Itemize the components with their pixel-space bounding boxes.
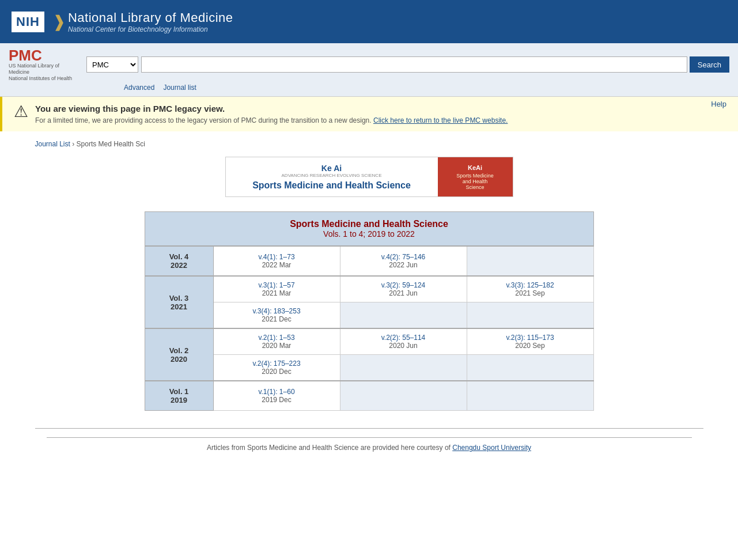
legacy-description: For a limited time, we are providing acc…	[35, 116, 508, 124]
vol-label: Vol. 1	[169, 387, 189, 396]
issue-link[interactable]: v.4(1): 1–73	[221, 253, 333, 261]
nih-arrow-icon: ❱	[52, 12, 66, 31]
banner-right-title: Sports Medicineand HealthScience	[442, 173, 508, 190]
issue-date: 2021 Sep	[474, 289, 586, 297]
issue-link[interactable]: v.3(3): 125–182	[474, 281, 586, 289]
volumes-table: Sports Medicine and Health Science Vols.…	[145, 211, 594, 411]
footer-text: Articles from Sports Medicine and Health…	[47, 444, 692, 452]
vol-label: Vol. 3	[169, 294, 189, 302]
issue-link[interactable]: v.4(2): 75–146	[347, 253, 460, 261]
search-controls: PMC PubMed Books Search	[86, 56, 729, 73]
legacy-banner: ⚠ You are viewing this page in PMC legac…	[0, 97, 738, 131]
vol-label: Vol. 4	[169, 252, 189, 261]
search-button[interactable]: Search	[690, 56, 729, 73]
issue-num: v.4(2): 75–146	[347, 253, 460, 261]
footer-university-link[interactable]: Chengdu Sport University	[452, 444, 531, 452]
vol-year: 2021	[152, 302, 206, 311]
breadcrumb-journal-list-link[interactable]: Journal List	[35, 140, 70, 148]
table-row: Vol. 22020v.2(1): 1–532020 Marv.2(2): 55…	[145, 328, 593, 355]
issue-cell[interactable]: v.4(2): 75–1462022 Jun	[340, 246, 467, 276]
vol-year: 2019	[152, 396, 206, 404]
issue-date: 2020 Sep	[474, 342, 586, 350]
journal-list-link[interactable]: Journal list	[163, 84, 196, 92]
issue-cell	[467, 381, 593, 411]
issue-num: v.3(1): 1–57	[221, 281, 333, 289]
table-header: Sports Medicine and Health Science Vols.…	[145, 212, 593, 247]
pmc-logo: PMC US National Library of Medicine Nati…	[9, 48, 72, 81]
issue-date: 2022 Jun	[347, 261, 460, 269]
vol-year: 2020	[152, 355, 206, 364]
issue-num: v.2(1): 1–53	[221, 334, 333, 342]
issue-num: v.3(4): 183–253	[221, 307, 333, 315]
issue-num: v.3(2): 59–124	[347, 281, 460, 289]
vol-label: Vol. 2	[169, 346, 189, 355]
breadcrumb-separator: ›	[72, 140, 76, 148]
issue-date: 2021 Mar	[221, 289, 333, 297]
main-content: Journal List › Sports Med Health Sci Ke …	[24, 131, 715, 469]
legacy-return-link[interactable]: Click here to return to the live PMC web…	[373, 116, 508, 124]
nih-header: NIH ❱ National Library of Medicine Natio…	[0, 0, 738, 43]
table-journal-vols: Vols. 1 to 4; 2019 to 2022	[152, 229, 586, 239]
vol-label-cell: Vol. 22020	[145, 328, 213, 381]
issue-cell[interactable]: v.3(1): 1–572021 Mar	[213, 276, 340, 302]
issue-cell[interactable]: v.2(3): 115–1732020 Sep	[467, 328, 593, 355]
issue-cell[interactable]: v.2(4): 175–2232020 Dec	[213, 355, 340, 381]
issue-link[interactable]: v.3(4): 183–253	[221, 307, 333, 315]
issue-cell	[467, 246, 593, 276]
issue-num: v.2(2): 55–114	[347, 334, 460, 342]
issue-link[interactable]: v.1(1): 1–60	[221, 388, 333, 396]
ke-ai-subtitle: ADVANCING RESEARCH EVOLVING SCIENCE	[234, 173, 429, 178]
volumes-tbody: Vol. 42022v.4(1): 1–732022 Marv.4(2): 75…	[145, 246, 593, 411]
issue-num: v.1(1): 1–60	[221, 388, 333, 396]
pmc-subtitle-line3: National Institutes of Health	[9, 75, 72, 82]
advanced-search-link[interactable]: Advanced	[124, 84, 154, 92]
breadcrumb: Journal List › Sports Med Health Sci	[35, 140, 703, 148]
issue-date: 2021 Dec	[221, 315, 333, 323]
issue-cell[interactable]: v.2(2): 55–1142020 Jun	[340, 328, 467, 355]
issue-link[interactable]: v.2(1): 1–53	[221, 334, 333, 342]
issue-cell[interactable]: v.3(3): 125–1822021 Sep	[467, 276, 593, 302]
issue-cell[interactable]: v.3(4): 183–2532021 Dec	[213, 302, 340, 329]
issue-link[interactable]: v.2(3): 115–173	[474, 334, 586, 342]
issue-cell[interactable]: v.4(1): 1–732022 Mar	[213, 246, 340, 276]
nih-title-block: National Library of Medicine National Ce…	[68, 10, 233, 33]
footer-text-before: Articles from Sports Medicine and Health…	[207, 444, 452, 452]
search-links: Advanced Journal list	[124, 84, 729, 92]
issue-cell[interactable]: v.1(1): 1–602019 Dec	[213, 381, 340, 411]
issue-cell	[340, 381, 467, 411]
pmc-logo-text: PMC	[9, 48, 72, 63]
issue-date: 2019 Dec	[221, 396, 333, 404]
search-input[interactable]	[141, 56, 687, 73]
issue-cell[interactable]: v.3(2): 59–1242021 Jun	[340, 276, 467, 302]
issue-date: 2020 Jun	[347, 342, 460, 350]
footer: Articles from Sports Medicine and Health…	[35, 428, 703, 460]
banner-right: KeAi Sports Medicineand HealthScience	[438, 157, 513, 196]
database-select[interactable]: PMC PubMed Books	[86, 56, 138, 73]
warning-icon: ⚠	[14, 104, 28, 120]
legacy-title: You are viewing this page in PMC legacy …	[35, 104, 508, 113]
search-bar: PMC US National Library of Medicine Nati…	[0, 43, 738, 97]
issue-link[interactable]: v.2(2): 55–114	[347, 334, 460, 342]
issue-link[interactable]: v.2(4): 175–223	[221, 360, 333, 368]
breadcrumb-current: Sports Med Health Sci	[77, 140, 145, 148]
issue-link[interactable]: v.3(2): 59–124	[347, 281, 460, 289]
table-row: Vol. 42022v.4(1): 1–732022 Marv.4(2): 75…	[145, 246, 593, 276]
journal-banner-image: Ke Ai ADVANCING RESEARCH EVOLVING SCIENC…	[225, 157, 513, 197]
nih-logo-text: NIH	[16, 14, 40, 29]
issue-date: 2020 Dec	[221, 368, 333, 376]
vol-label-cell: Vol. 32021	[145, 276, 213, 328]
vol-year: 2022	[152, 261, 206, 270]
issue-link[interactable]: v.3(1): 1–57	[221, 281, 333, 289]
help-link[interactable]: Help	[711, 100, 726, 108]
pmc-subtitle-line1: US National Library of	[9, 63, 72, 69]
issue-cell[interactable]: v.2(1): 1–532020 Mar	[213, 328, 340, 355]
issue-cell	[340, 302, 467, 329]
issue-date: 2022 Mar	[221, 261, 333, 269]
issue-num: v.2(3): 115–173	[474, 334, 586, 342]
journal-banner: Ke Ai ADVANCING RESEARCH EVOLVING SCIENC…	[35, 157, 703, 197]
table-row: Vol. 12019v.1(1): 1–602019 Dec	[145, 381, 593, 411]
nih-title: National Library of Medicine	[68, 10, 233, 25]
banner-journal-title: Sports Medicine and Health Science	[234, 180, 429, 191]
issue-num: v.4(1): 1–73	[221, 253, 333, 261]
legacy-text: You are viewing this page in PMC legacy …	[35, 104, 508, 124]
